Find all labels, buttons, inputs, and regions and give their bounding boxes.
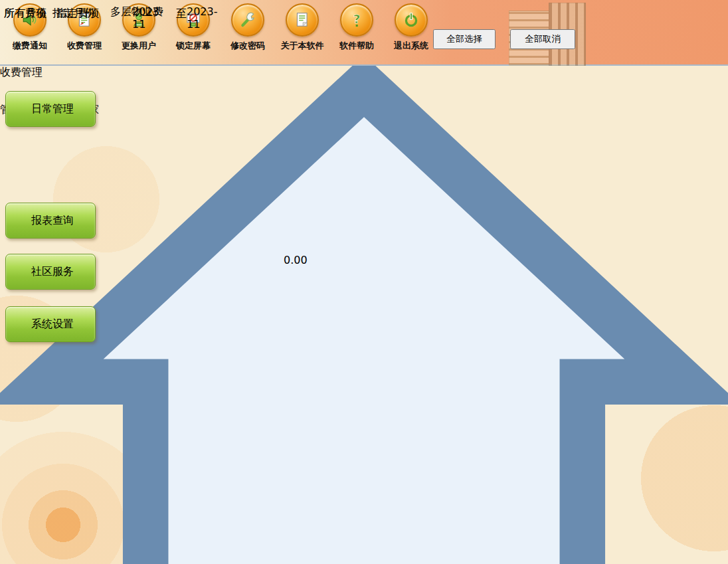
- wrench-icon: [231, 3, 264, 37]
- orb-icon: [15, 213, 31, 229]
- toolbar-button-label: 锁定屏幕: [166, 40, 221, 52]
- app-header: 缴费通知收费管理更换用户锁定屏幕修改密码关于本软件?软件帮助退出系统: [0, 0, 728, 66]
- sidebar-item-label: 日常管理: [31, 102, 74, 116]
- application-window: 缴费通知收费管理更换用户锁定屏幕修改密码关于本软件?软件帮助退出系统 日常管理收…: [0, 0, 728, 564]
- help-icon: ?: [340, 3, 373, 37]
- toolbar-button-label: 修改密码: [221, 40, 275, 52]
- sidebar-item-5[interactable]: 系统设置: [5, 306, 96, 342]
- toolbar-button[interactable]: 关于本软件: [275, 3, 329, 52]
- specify-fee-label: 指定费项: [56, 7, 99, 19]
- sidebar-item-label: 社区服务: [31, 265, 74, 279]
- sidebar-item-label: 系统设置: [31, 318, 74, 331]
- deselect-all-button[interactable]: 全部取消: [510, 29, 575, 49]
- toolbar-button-label: 更换用户: [112, 40, 166, 52]
- orb-icon: [15, 264, 31, 280]
- actual-receivable-value: 0.00: [284, 254, 308, 266]
- power-icon: [395, 3, 428, 37]
- toolbar-button[interactable]: 退出系统: [384, 3, 438, 52]
- toolbar-button[interactable]: ?软件帮助: [329, 3, 384, 52]
- fee-type-value: 多层物业费: [110, 5, 163, 18]
- toolbar-button-label: 软件帮助: [329, 40, 384, 52]
- toolbar-button-label: 缴费通知: [3, 40, 57, 52]
- sidebar-item-label: 报表查询: [31, 214, 74, 228]
- fee-type-dropdown[interactable]: 多层物业费: [110, 5, 189, 19]
- orb-icon: [15, 316, 31, 333]
- month-to-value: 2023-11: [187, 5, 218, 31]
- all-fees-label: 所有费项: [4, 7, 46, 19]
- toolbar-button-label: 退出系统: [384, 40, 438, 52]
- select-all-button[interactable]: 全部选择: [433, 29, 496, 49]
- sidebar-item-4[interactable]: 社区服务: [5, 254, 96, 290]
- sidebar-item-label: 收费管理: [0, 66, 43, 78]
- toolbar-button-label: 关于本软件: [275, 40, 329, 52]
- sidebar-item-1[interactable]: 日常管理: [5, 91, 96, 127]
- sidebar-item-3[interactable]: 报表查询: [5, 203, 96, 238]
- about-icon: [286, 3, 319, 37]
- sidebar: 日常管理收费管理报表查询社区服务系统设置 管理软件 美萍是专家: [0, 66, 110, 564]
- orb-icon: [15, 101, 31, 118]
- month-to-dropdown[interactable]: 2023-11: [187, 5, 228, 31]
- toolbar-button-label: 收费管理: [57, 40, 112, 52]
- toolbar-button[interactable]: 修改密码: [221, 3, 275, 52]
- svg-text:?: ?: [353, 12, 361, 26]
